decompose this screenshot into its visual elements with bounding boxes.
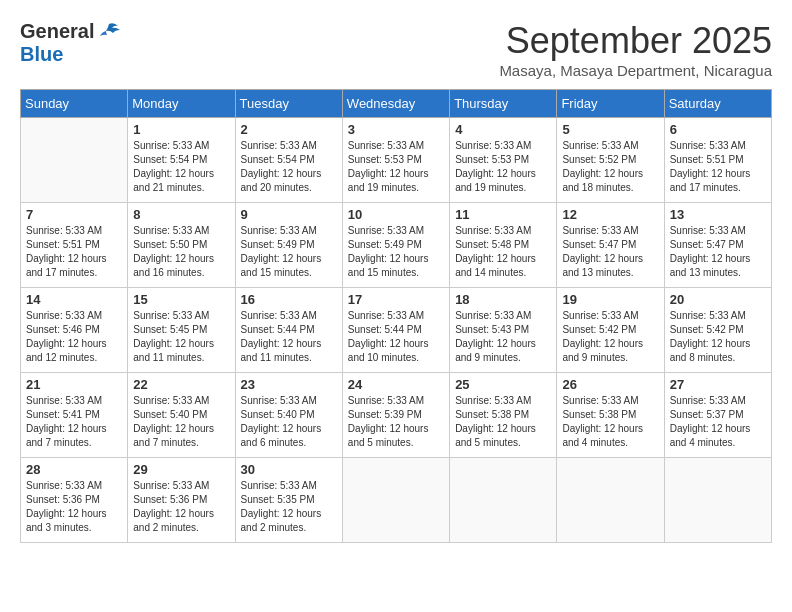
day-info: Sunrise: 5:33 AM Sunset: 5:41 PM Dayligh…	[26, 394, 122, 450]
calendar-cell: 17Sunrise: 5:33 AM Sunset: 5:44 PM Dayli…	[342, 288, 449, 373]
day-number: 24	[348, 377, 444, 392]
day-info: Sunrise: 5:33 AM Sunset: 5:42 PM Dayligh…	[670, 309, 766, 365]
calendar-cell: 7Sunrise: 5:33 AM Sunset: 5:51 PM Daylig…	[21, 203, 128, 288]
weekday-header-thursday: Thursday	[450, 90, 557, 118]
calendar-cell: 29Sunrise: 5:33 AM Sunset: 5:36 PM Dayli…	[128, 458, 235, 543]
calendar-week-2: 7Sunrise: 5:33 AM Sunset: 5:51 PM Daylig…	[21, 203, 772, 288]
day-number: 27	[670, 377, 766, 392]
calendar-cell: 11Sunrise: 5:33 AM Sunset: 5:48 PM Dayli…	[450, 203, 557, 288]
day-info: Sunrise: 5:33 AM Sunset: 5:53 PM Dayligh…	[348, 139, 444, 195]
day-number: 28	[26, 462, 122, 477]
calendar-cell: 18Sunrise: 5:33 AM Sunset: 5:43 PM Dayli…	[450, 288, 557, 373]
day-number: 6	[670, 122, 766, 137]
day-number: 26	[562, 377, 658, 392]
calendar-cell: 22Sunrise: 5:33 AM Sunset: 5:40 PM Dayli…	[128, 373, 235, 458]
day-info: Sunrise: 5:33 AM Sunset: 5:51 PM Dayligh…	[26, 224, 122, 280]
weekday-header-tuesday: Tuesday	[235, 90, 342, 118]
day-info: Sunrise: 5:33 AM Sunset: 5:54 PM Dayligh…	[241, 139, 337, 195]
day-number: 21	[26, 377, 122, 392]
day-number: 23	[241, 377, 337, 392]
weekday-header-saturday: Saturday	[664, 90, 771, 118]
day-info: Sunrise: 5:33 AM Sunset: 5:49 PM Dayligh…	[241, 224, 337, 280]
day-number: 4	[455, 122, 551, 137]
day-info: Sunrise: 5:33 AM Sunset: 5:38 PM Dayligh…	[455, 394, 551, 450]
day-info: Sunrise: 5:33 AM Sunset: 5:44 PM Dayligh…	[241, 309, 337, 365]
calendar-cell: 30Sunrise: 5:33 AM Sunset: 5:35 PM Dayli…	[235, 458, 342, 543]
day-info: Sunrise: 5:33 AM Sunset: 5:42 PM Dayligh…	[562, 309, 658, 365]
weekday-header-wednesday: Wednesday	[342, 90, 449, 118]
calendar-cell: 13Sunrise: 5:33 AM Sunset: 5:47 PM Dayli…	[664, 203, 771, 288]
calendar-cell: 12Sunrise: 5:33 AM Sunset: 5:47 PM Dayli…	[557, 203, 664, 288]
day-number: 13	[670, 207, 766, 222]
calendar-cell: 27Sunrise: 5:33 AM Sunset: 5:37 PM Dayli…	[664, 373, 771, 458]
calendar-cell: 5Sunrise: 5:33 AM Sunset: 5:52 PM Daylig…	[557, 118, 664, 203]
calendar-cell: 9Sunrise: 5:33 AM Sunset: 5:49 PM Daylig…	[235, 203, 342, 288]
calendar-cell: 16Sunrise: 5:33 AM Sunset: 5:44 PM Dayli…	[235, 288, 342, 373]
day-info: Sunrise: 5:33 AM Sunset: 5:49 PM Dayligh…	[348, 224, 444, 280]
calendar-cell	[21, 118, 128, 203]
calendar-cell	[557, 458, 664, 543]
day-number: 7	[26, 207, 122, 222]
calendar-week-3: 14Sunrise: 5:33 AM Sunset: 5:46 PM Dayli…	[21, 288, 772, 373]
month-title: September 2025	[499, 20, 772, 62]
day-number: 15	[133, 292, 229, 307]
calendar-cell: 3Sunrise: 5:33 AM Sunset: 5:53 PM Daylig…	[342, 118, 449, 203]
day-number: 18	[455, 292, 551, 307]
logo-general-text: General	[20, 20, 94, 43]
day-number: 17	[348, 292, 444, 307]
calendar-cell: 24Sunrise: 5:33 AM Sunset: 5:39 PM Dayli…	[342, 373, 449, 458]
calendar-cell	[342, 458, 449, 543]
day-number: 16	[241, 292, 337, 307]
calendar-cell: 8Sunrise: 5:33 AM Sunset: 5:50 PM Daylig…	[128, 203, 235, 288]
page-header: General Blue September 2025 Masaya, Masa…	[20, 20, 772, 79]
day-number: 1	[133, 122, 229, 137]
day-number: 10	[348, 207, 444, 222]
day-info: Sunrise: 5:33 AM Sunset: 5:38 PM Dayligh…	[562, 394, 658, 450]
day-info: Sunrise: 5:33 AM Sunset: 5:53 PM Dayligh…	[455, 139, 551, 195]
day-info: Sunrise: 5:33 AM Sunset: 5:47 PM Dayligh…	[562, 224, 658, 280]
day-info: Sunrise: 5:33 AM Sunset: 5:47 PM Dayligh…	[670, 224, 766, 280]
calendar-week-5: 28Sunrise: 5:33 AM Sunset: 5:36 PM Dayli…	[21, 458, 772, 543]
location-title: Masaya, Masaya Department, Nicaragua	[499, 62, 772, 79]
day-number: 14	[26, 292, 122, 307]
day-info: Sunrise: 5:33 AM Sunset: 5:44 PM Dayligh…	[348, 309, 444, 365]
day-info: Sunrise: 5:33 AM Sunset: 5:40 PM Dayligh…	[133, 394, 229, 450]
day-info: Sunrise: 5:33 AM Sunset: 5:48 PM Dayligh…	[455, 224, 551, 280]
calendar-cell: 25Sunrise: 5:33 AM Sunset: 5:38 PM Dayli…	[450, 373, 557, 458]
day-number: 25	[455, 377, 551, 392]
calendar-cell: 26Sunrise: 5:33 AM Sunset: 5:38 PM Dayli…	[557, 373, 664, 458]
weekday-header-sunday: Sunday	[21, 90, 128, 118]
day-number: 2	[241, 122, 337, 137]
calendar-week-4: 21Sunrise: 5:33 AM Sunset: 5:41 PM Dayli…	[21, 373, 772, 458]
day-number: 3	[348, 122, 444, 137]
calendar-cell: 1Sunrise: 5:33 AM Sunset: 5:54 PM Daylig…	[128, 118, 235, 203]
calendar-cell: 4Sunrise: 5:33 AM Sunset: 5:53 PM Daylig…	[450, 118, 557, 203]
calendar-header: SundayMondayTuesdayWednesdayThursdayFrid…	[21, 90, 772, 118]
day-number: 12	[562, 207, 658, 222]
day-info: Sunrise: 5:33 AM Sunset: 5:36 PM Dayligh…	[133, 479, 229, 535]
day-number: 8	[133, 207, 229, 222]
day-number: 9	[241, 207, 337, 222]
weekday-header-monday: Monday	[128, 90, 235, 118]
day-info: Sunrise: 5:33 AM Sunset: 5:40 PM Dayligh…	[241, 394, 337, 450]
calendar-body: 1Sunrise: 5:33 AM Sunset: 5:54 PM Daylig…	[21, 118, 772, 543]
day-info: Sunrise: 5:33 AM Sunset: 5:50 PM Dayligh…	[133, 224, 229, 280]
calendar-cell: 19Sunrise: 5:33 AM Sunset: 5:42 PM Dayli…	[557, 288, 664, 373]
title-block: September 2025 Masaya, Masaya Department…	[499, 20, 772, 79]
calendar-cell: 20Sunrise: 5:33 AM Sunset: 5:42 PM Dayli…	[664, 288, 771, 373]
weekday-header-friday: Friday	[557, 90, 664, 118]
day-info: Sunrise: 5:33 AM Sunset: 5:35 PM Dayligh…	[241, 479, 337, 535]
day-info: Sunrise: 5:33 AM Sunset: 5:54 PM Dayligh…	[133, 139, 229, 195]
calendar-cell: 15Sunrise: 5:33 AM Sunset: 5:45 PM Dayli…	[128, 288, 235, 373]
calendar-cell: 2Sunrise: 5:33 AM Sunset: 5:54 PM Daylig…	[235, 118, 342, 203]
calendar-week-1: 1Sunrise: 5:33 AM Sunset: 5:54 PM Daylig…	[21, 118, 772, 203]
calendar-cell: 6Sunrise: 5:33 AM Sunset: 5:51 PM Daylig…	[664, 118, 771, 203]
day-number: 11	[455, 207, 551, 222]
calendar-cell: 28Sunrise: 5:33 AM Sunset: 5:36 PM Dayli…	[21, 458, 128, 543]
day-info: Sunrise: 5:33 AM Sunset: 5:52 PM Dayligh…	[562, 139, 658, 195]
calendar-table: SundayMondayTuesdayWednesdayThursdayFrid…	[20, 89, 772, 543]
day-number: 30	[241, 462, 337, 477]
calendar-cell	[450, 458, 557, 543]
logo-bird-icon	[96, 22, 122, 42]
day-number: 20	[670, 292, 766, 307]
